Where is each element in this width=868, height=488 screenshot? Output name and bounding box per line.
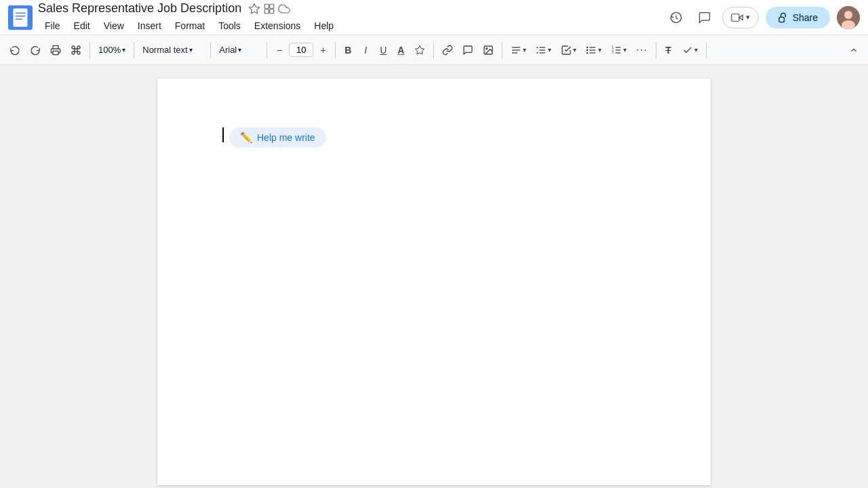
- svg-rect-3: [16, 16, 26, 17]
- zoom-label: 100%: [98, 45, 121, 55]
- menu-insert[interactable]: Insert: [131, 18, 168, 34]
- svg-rect-2: [16, 12, 26, 14]
- text-color-label: A: [397, 45, 404, 56]
- font-size-group: − +: [271, 42, 331, 58]
- bullet-list-button[interactable]: ▾: [582, 42, 606, 58]
- menu-tools[interactable]: Tools: [212, 18, 248, 34]
- text-cursor: [222, 127, 224, 142]
- svg-point-29: [587, 52, 588, 53]
- zoom-dropdown-icon: ▾: [122, 46, 125, 54]
- menu-file[interactable]: File: [38, 18, 67, 34]
- toolbar: 100% ▾ Normal text ▾ Arial ▾ − + B I U A: [0, 35, 868, 65]
- user-avatar[interactable]: [837, 6, 860, 29]
- sep-9: [706, 42, 707, 58]
- align-button[interactable]: ▾: [507, 42, 530, 58]
- menu-row: File Edit View Insert Format Tools Exten…: [38, 18, 665, 34]
- menu-view[interactable]: View: [97, 18, 131, 34]
- menu-extensions[interactable]: Extensions: [248, 18, 307, 34]
- sep-2: [134, 42, 134, 58]
- svg-rect-1: [14, 8, 28, 26]
- share-button[interactable]: Share: [766, 7, 830, 28]
- title-bar: Sales Representative Job Description Fil…: [0, 0, 868, 35]
- svg-rect-8: [264, 9, 269, 13]
- menu-help[interactable]: Help: [307, 18, 340, 34]
- clear-format-button[interactable]: T: [660, 42, 677, 58]
- collapse-toolbar-button[interactable]: [845, 43, 863, 58]
- docs-icon: [8, 5, 33, 30]
- svg-rect-4: [16, 18, 23, 20]
- title-right: ▾ Share: [665, 6, 860, 29]
- sep-1: [90, 42, 90, 58]
- spell-check-button[interactable]: ▾: [678, 42, 702, 58]
- svg-rect-15: [53, 51, 58, 54]
- underline-button[interactable]: U: [375, 42, 391, 58]
- svg-point-13: [844, 11, 852, 19]
- help-me-write-button[interactable]: ✏️ Help me write: [229, 127, 326, 148]
- doc-title[interactable]: Sales Representative Job Description: [38, 1, 241, 16]
- comment-button[interactable]: [458, 42, 477, 58]
- print-button[interactable]: [46, 42, 65, 58]
- meet-button[interactable]: ▾: [722, 7, 759, 28]
- svg-rect-9: [270, 9, 274, 13]
- help-me-write-pencil-icon: ✏️: [240, 131, 253, 144]
- svg-point-27: [587, 47, 588, 47]
- format-style-dropdown-icon: ▾: [189, 46, 193, 54]
- history-button[interactable]: [665, 7, 687, 28]
- sep-7: [502, 42, 502, 58]
- font-label: Arial: [219, 45, 237, 55]
- font-dropdown-icon: ▾: [238, 46, 241, 54]
- italic-label: I: [364, 45, 367, 56]
- svg-rect-7: [270, 4, 274, 8]
- bold-button[interactable]: B: [340, 42, 356, 58]
- sep-8: [656, 42, 656, 58]
- move-button[interactable]: [262, 1, 277, 16]
- italic-button[interactable]: I: [357, 42, 374, 58]
- font-select[interactable]: Arial ▾: [215, 42, 262, 58]
- more-options-label: ···: [636, 44, 647, 56]
- svg-point-17: [486, 47, 488, 49]
- sep-6: [433, 42, 434, 58]
- more-options-button[interactable]: ···: [632, 41, 651, 59]
- numbered-list-button[interactable]: 123 ▾: [607, 42, 631, 58]
- title-section: Sales Representative Job Description Fil…: [38, 1, 665, 34]
- help-me-write-label: Help me write: [257, 132, 315, 143]
- checklist-button[interactable]: ▾: [557, 42, 580, 58]
- format-style-label: Normal text: [142, 45, 187, 55]
- font-size-input[interactable]: [289, 43, 313, 57]
- svg-marker-5: [250, 3, 260, 13]
- image-button[interactable]: [479, 42, 498, 58]
- sep-3: [210, 42, 211, 58]
- paint-format-button[interactable]: [66, 42, 85, 58]
- link-button[interactable]: [438, 42, 457, 58]
- sep-4: [267, 42, 267, 58]
- menu-edit[interactable]: Edit: [67, 18, 97, 34]
- svg-text:3: 3: [612, 51, 614, 54]
- star-button[interactable]: [247, 1, 262, 16]
- svg-point-28: [587, 49, 588, 50]
- comments-button[interactable]: [694, 7, 715, 28]
- share-label: Share: [793, 12, 818, 23]
- underline-label: U: [380, 45, 387, 56]
- undo-button[interactable]: [5, 42, 24, 58]
- svg-rect-11: [779, 17, 784, 22]
- doc-area: ✏️ Help me write: [0, 65, 868, 488]
- zoom-select[interactable]: 100% ▾: [94, 42, 130, 58]
- menu-format[interactable]: Format: [168, 18, 212, 34]
- meet-dropdown-icon: ▾: [746, 13, 750, 22]
- svg-rect-10: [731, 14, 738, 21]
- font-size-minus-button[interactable]: −: [271, 42, 288, 58]
- bold-label: B: [344, 45, 351, 56]
- redo-button[interactable]: [26, 42, 45, 58]
- line-spacing-button[interactable]: ▾: [532, 42, 555, 58]
- font-size-plus-button[interactable]: +: [315, 42, 331, 58]
- highlight-button[interactable]: [410, 42, 429, 58]
- cloud-button[interactable]: [277, 1, 292, 16]
- text-color-button[interactable]: A: [393, 42, 409, 58]
- svg-rect-6: [264, 4, 269, 8]
- format-style-select[interactable]: Normal text ▾: [138, 42, 206, 58]
- doc-page: ✏️ Help me write: [157, 79, 711, 485]
- cursor-line[interactable]: ✏️ Help me write: [222, 127, 646, 148]
- sep-5: [335, 42, 336, 58]
